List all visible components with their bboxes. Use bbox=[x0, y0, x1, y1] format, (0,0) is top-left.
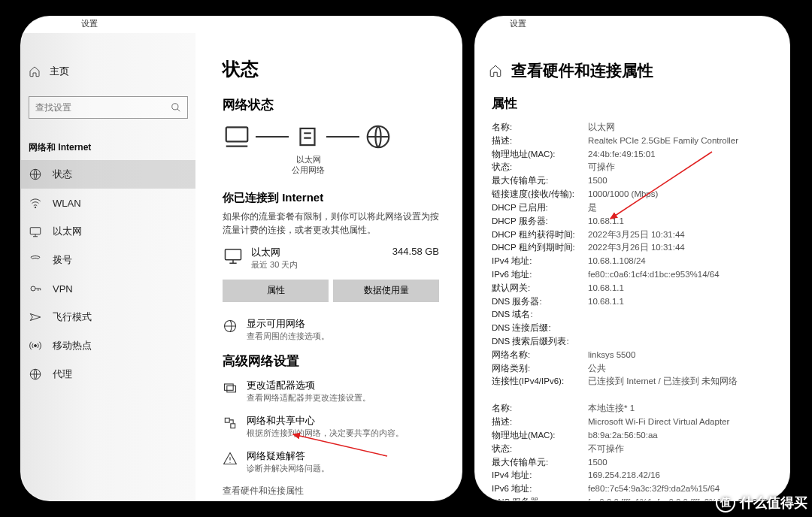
airplane-icon bbox=[29, 310, 42, 324]
loc-name: 本地连接* 1 bbox=[588, 402, 635, 416]
eth-speed: 1000/1000 (Mbps) bbox=[588, 188, 658, 201]
eth-netcat: 公共 bbox=[588, 362, 606, 376]
wifi-icon bbox=[29, 196, 42, 210]
eth-dhcp-srv: 10.68.1.1 bbox=[588, 215, 624, 228]
page-title: 查看硬件和连接属性 bbox=[511, 60, 653, 81]
svg-rect-8 bbox=[301, 128, 315, 145]
section-label: 网络和 Internet bbox=[21, 135, 195, 160]
svg-rect-10 bbox=[226, 249, 241, 259]
network-status-heading: 网络状态 bbox=[223, 96, 439, 113]
eth-name: 以太网 bbox=[588, 121, 615, 135]
nav-airplane[interactable]: 飞行模式 bbox=[21, 303, 195, 331]
warning-icon bbox=[223, 451, 238, 466]
loc-ipv4: 169.254.218.42/16 bbox=[588, 469, 660, 482]
adapter-options-link[interactable]: 更改适配器选项 查看网络适配器并更改连接设置。 bbox=[223, 379, 439, 404]
window-title: 设置 bbox=[21, 17, 462, 33]
globe-icon bbox=[29, 168, 42, 181]
hotspot-icon bbox=[29, 339, 42, 352]
pc-icon bbox=[223, 122, 251, 151]
home-icon[interactable] bbox=[489, 64, 502, 77]
properties-button[interactable]: 属性 bbox=[223, 280, 329, 302]
usage-name: 以太网 bbox=[251, 246, 385, 259]
nav-ethernet[interactable]: 以太网 bbox=[21, 217, 195, 246]
svg-rect-15 bbox=[231, 423, 235, 428]
watermark: 值 什么值得买 bbox=[716, 493, 807, 512]
usage-sub: 最近 30 天内 bbox=[251, 259, 385, 271]
network-diagram bbox=[223, 122, 439, 151]
hardware-props-link[interactable]: 查看硬件和连接属性 bbox=[223, 485, 439, 497]
diagram-caption: 以太网 公用网络 bbox=[286, 154, 331, 176]
main-content: 状态 网络状态 以太网 公用网络 你已连接到 Internet 如果你的流量套餐… bbox=[195, 33, 462, 500]
loc-status: 不可操作 bbox=[588, 443, 624, 456]
connected-desc: 如果你的流量套餐有限制，则你可以将此网络设置为按流量计费的连接，或者更改其他属性… bbox=[223, 210, 439, 237]
eth-status: 可操作 bbox=[588, 161, 615, 174]
search-settings-input[interactable] bbox=[29, 96, 188, 119]
eth-ipv4: 10.68.1.108/24 bbox=[588, 255, 646, 268]
search-field[interactable] bbox=[35, 102, 171, 113]
page-header: 查看硬件和连接属性 bbox=[475, 33, 789, 95]
globe-icon bbox=[223, 319, 238, 334]
globe-icon bbox=[364, 122, 392, 151]
eth-mtu: 1500 bbox=[588, 174, 607, 188]
advanced-heading: 高级网络设置 bbox=[223, 352, 439, 370]
nav-dialup[interactable]: 拨号 bbox=[21, 246, 195, 274]
eth-conn: 已连接到 Internet / 已连接到 未知网络 bbox=[588, 375, 738, 389]
sharing-center-link[interactable]: 网络和共享中心 根据所连接到的网络，决定要共享的内容。 bbox=[223, 414, 439, 439]
svg-point-0 bbox=[172, 104, 178, 110]
page-title: 状态 bbox=[223, 57, 439, 81]
home-icon bbox=[29, 65, 41, 77]
loc-ipv6: fe80::7c54:9a3c:32f9:da2a%15/64 bbox=[588, 482, 720, 496]
connected-heading: 你已连接到 Internet bbox=[223, 191, 439, 205]
settings-window-right: 设置 查看硬件和连接属性 属性 名称:以太网 描述:Realtek PCIe 2… bbox=[475, 17, 789, 500]
svg-rect-12 bbox=[225, 384, 234, 390]
loc-mtu: 1500 bbox=[588, 456, 607, 470]
eth-netname: linksys 5500 bbox=[588, 349, 635, 362]
svg-rect-13 bbox=[227, 385, 236, 392]
adapter-icon bbox=[223, 380, 238, 395]
monitor-icon bbox=[223, 246, 244, 267]
svg-rect-3 bbox=[30, 228, 41, 234]
proxy-icon bbox=[29, 367, 42, 381]
svg-point-2 bbox=[35, 207, 36, 208]
eth-gw: 10.68.1.1 bbox=[588, 282, 624, 295]
troubleshoot-link[interactable]: 网络疑难解答 诊断并解决网络问题。 bbox=[223, 449, 439, 474]
eth-desc: Realtek PCIe 2.5GbE Family Controller bbox=[588, 135, 738, 148]
sidebar: 主页 网络和 Internet 状态 WLAN 以太网 拨号 bbox=[21, 33, 195, 500]
svg-point-4 bbox=[31, 286, 35, 291]
svg-rect-7 bbox=[226, 127, 248, 141]
nav-vpn[interactable]: VPN bbox=[21, 274, 195, 303]
usage-row[interactable]: 以太网 最近 30 天内 344.58 GB bbox=[223, 246, 439, 271]
settings-window-left: 设置 主页 网络和 Internet 状态 WLAN 以太网 bbox=[21, 17, 462, 500]
home-link[interactable]: 主页 bbox=[21, 60, 195, 83]
window-title: 设置 bbox=[475, 17, 789, 33]
svg-point-5 bbox=[35, 345, 37, 347]
watermark-badge-icon: 值 bbox=[716, 493, 735, 512]
show-networks-link[interactable]: 显示可用网络 查看周围的连接选项。 bbox=[223, 317, 439, 342]
nav-proxy[interactable]: 代理 bbox=[21, 360, 195, 389]
router-icon bbox=[293, 122, 322, 151]
sharing-icon bbox=[223, 416, 238, 431]
loc-mac: b8:9a:2a:56:50:aa bbox=[588, 429, 658, 443]
search-icon bbox=[171, 102, 181, 113]
eth-ipv6: fe80::c0a6:1cf4:d1bc:e953%14/64 bbox=[588, 268, 720, 282]
vpn-icon bbox=[29, 282, 42, 295]
ethernet-icon bbox=[29, 225, 42, 238]
eth-dhcp-got: 2022年3月25日 10:31:44 bbox=[588, 228, 685, 242]
props-heading: 属性 bbox=[492, 95, 773, 112]
home-label: 主页 bbox=[50, 65, 69, 78]
loc-desc: Microsoft Wi-Fi Direct Virtual Adapter bbox=[588, 416, 729, 429]
usage-value: 344.58 GB bbox=[392, 246, 439, 257]
eth-dns: 10.68.1.1 bbox=[588, 295, 624, 309]
eth-dhcp-on: 是 bbox=[588, 201, 597, 215]
properties-section: 属性 名称:以太网 描述:Realtek PCIe 2.5GbE Family … bbox=[475, 95, 789, 500]
nav-wlan[interactable]: WLAN bbox=[21, 189, 195, 217]
eth-dhcp-exp: 2022年3月26日 10:31:44 bbox=[588, 241, 685, 255]
eth-mac: 24:4b:fe:49:15:01 bbox=[588, 148, 656, 162]
nav-hotspot[interactable]: 移动热点 bbox=[21, 331, 195, 360]
data-usage-button[interactable]: 数据使用量 bbox=[333, 280, 439, 302]
svg-rect-14 bbox=[225, 418, 229, 422]
nav-status[interactable]: 状态 bbox=[21, 160, 195, 189]
dialup-icon bbox=[29, 253, 42, 267]
